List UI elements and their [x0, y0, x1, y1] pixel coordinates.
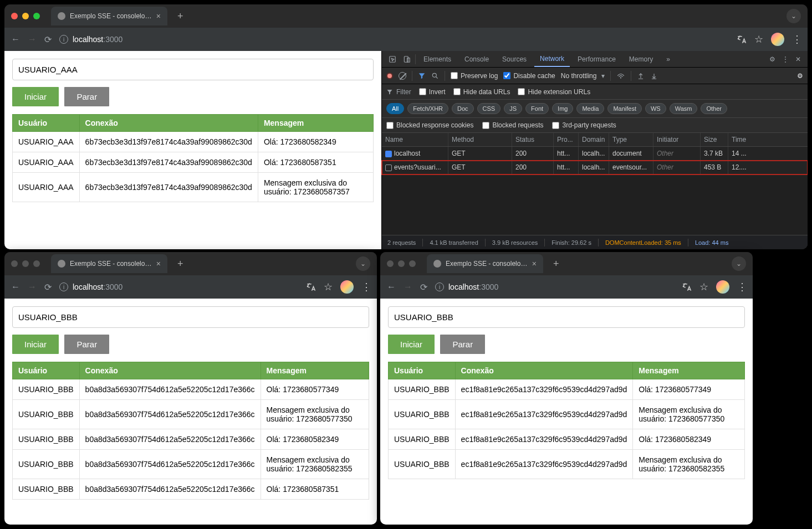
- blocked-cookies-checkbox[interactable]: Blocked response cookies: [386, 121, 473, 129]
- hide-extension-urls-checkbox[interactable]: Hide extension URLs: [518, 88, 590, 96]
- upload-har-icon[interactable]: [637, 72, 645, 80]
- window-minimize-icon[interactable]: [22, 13, 29, 19]
- chip-img[interactable]: Img: [552, 103, 573, 114]
- translate-icon[interactable]: [306, 282, 316, 292]
- col-initiator[interactable]: Initiator: [653, 133, 701, 146]
- window-close-icon[interactable]: [11, 13, 18, 19]
- disable-cache-checkbox[interactable]: Disable cache: [503, 72, 555, 80]
- start-button[interactable]: Iniciar: [12, 87, 59, 106]
- window-zoom-icon[interactable]: [33, 13, 40, 19]
- chip-fetch[interactable]: Fetch/XHR: [407, 103, 448, 114]
- col-method[interactable]: Method: [448, 133, 512, 146]
- expand-tabs-button[interactable]: ⌄: [787, 9, 801, 23]
- new-tab-button[interactable]: +: [553, 258, 559, 270]
- tab-elements[interactable]: Elements: [418, 52, 457, 66]
- username-input[interactable]: [388, 306, 745, 328]
- stop-button[interactable]: Parar: [64, 87, 109, 106]
- username-input[interactable]: [12, 306, 369, 328]
- window-minimize-icon[interactable]: [22, 260, 29, 267]
- forward-button[interactable]: →: [404, 282, 412, 292]
- download-har-icon[interactable]: [650, 72, 658, 80]
- address-bar[interactable]: i localhost:3000: [59, 283, 122, 291]
- window-minimize-icon[interactable]: [398, 260, 405, 267]
- devtools-menu-icon[interactable]: ⋮: [780, 53, 791, 65]
- chip-all[interactable]: All: [386, 103, 404, 114]
- network-settings-icon[interactable]: ⚙: [797, 72, 803, 80]
- network-conditions-icon[interactable]: [616, 72, 625, 80]
- reload-button[interactable]: ⟳: [44, 282, 52, 292]
- window-close-icon[interactable]: [387, 260, 394, 267]
- close-tab-icon[interactable]: ×: [156, 259, 161, 268]
- forward-button[interactable]: →: [28, 282, 37, 292]
- profile-avatar[interactable]: [716, 280, 729, 294]
- address-bar[interactable]: i localhost:3000: [59, 35, 122, 44]
- bookmark-icon[interactable]: ☆: [699, 281, 708, 293]
- throttling-select[interactable]: No throttling ▾: [561, 72, 605, 80]
- back-button[interactable]: ←: [11, 34, 20, 44]
- expand-tabs-button[interactable]: ⌄: [732, 256, 746, 271]
- close-tab-icon[interactable]: ×: [532, 259, 537, 268]
- search-icon[interactable]: [431, 72, 439, 80]
- window-close-icon[interactable]: [11, 260, 18, 267]
- tab-memory[interactable]: Memory: [624, 52, 658, 66]
- col-domain[interactable]: Domain: [579, 133, 609, 146]
- device-toggle-icon[interactable]: [401, 53, 413, 65]
- new-tab-button[interactable]: +: [177, 11, 183, 22]
- devtools-close-icon[interactable]: ✕: [793, 53, 803, 65]
- invert-checkbox[interactable]: Invert: [419, 88, 446, 96]
- browser-tab[interactable]: Exemplo SSE - consolelog.co ×: [51, 254, 167, 273]
- browser-tab[interactable]: Exemplo SSE - consolelog.co ×: [51, 7, 167, 25]
- tab-sources[interactable]: Sources: [497, 52, 532, 66]
- hide-data-urls-checkbox[interactable]: Hide data URLs: [453, 88, 510, 96]
- back-button[interactable]: ←: [11, 282, 20, 292]
- chip-media[interactable]: Media: [576, 103, 604, 114]
- clear-button[interactable]: [399, 72, 406, 80]
- chip-css[interactable]: CSS: [477, 103, 501, 114]
- chip-ws[interactable]: WS: [645, 103, 666, 114]
- profile-avatar[interactable]: [340, 280, 354, 294]
- browser-tab[interactable]: Exemplo SSE - consolelog.co ×: [427, 254, 543, 273]
- record-button[interactable]: [386, 73, 393, 79]
- chip-doc[interactable]: Doc: [452, 103, 474, 114]
- forward-button[interactable]: →: [28, 34, 37, 44]
- username-input[interactable]: [12, 59, 374, 80]
- tab-performance[interactable]: Performance: [572, 52, 621, 66]
- close-tab-icon[interactable]: ×: [156, 12, 161, 20]
- address-bar[interactable]: i localhost:3000: [435, 283, 498, 291]
- start-button[interactable]: Iniciar: [12, 335, 59, 354]
- col-name[interactable]: Name: [382, 133, 448, 146]
- start-button[interactable]: Iniciar: [388, 335, 435, 354]
- reload-button[interactable]: ⟳: [44, 34, 52, 45]
- site-info-icon[interactable]: i: [435, 283, 444, 291]
- chip-manifest[interactable]: Manifest: [607, 103, 642, 114]
- chip-other[interactable]: Other: [701, 103, 727, 114]
- translate-icon[interactable]: [737, 34, 747, 44]
- site-info-icon[interactable]: i: [59, 35, 68, 44]
- browser-menu-icon[interactable]: ⋮: [361, 281, 370, 293]
- col-size[interactable]: Size: [701, 133, 728, 146]
- settings-icon[interactable]: ⚙: [767, 53, 778, 65]
- tabs-overflow[interactable]: »: [661, 52, 676, 66]
- col-status[interactable]: Status: [512, 133, 554, 146]
- network-request-row[interactable]: localhostGET200htt...localh...documentOt…: [382, 147, 808, 161]
- stop-button[interactable]: Parar: [64, 335, 109, 354]
- tab-network[interactable]: Network: [534, 52, 570, 67]
- chip-wasm[interactable]: Wasm: [670, 103, 698, 114]
- tab-console[interactable]: Console: [459, 52, 494, 66]
- bookmark-icon[interactable]: ☆: [324, 281, 333, 293]
- translate-icon[interactable]: [682, 282, 692, 292]
- reload-button[interactable]: ⟳: [420, 282, 427, 292]
- back-button[interactable]: ←: [387, 282, 396, 292]
- inspect-icon[interactable]: [386, 53, 399, 65]
- stop-button[interactable]: Parar: [440, 335, 485, 354]
- expand-tabs-button[interactable]: ⌄: [356, 256, 370, 271]
- preserve-log-checkbox[interactable]: Preserve log: [451, 72, 498, 80]
- bookmark-icon[interactable]: ☆: [754, 33, 763, 45]
- site-info-icon[interactable]: i: [59, 283, 68, 291]
- col-protocol[interactable]: Pro...: [554, 133, 579, 146]
- window-zoom-icon[interactable]: [409, 260, 416, 267]
- new-tab-button[interactable]: +: [177, 258, 183, 270]
- network-request-row[interactable]: events?usuari...GET200htt...localh...eve…: [382, 161, 808, 174]
- chip-js[interactable]: JS: [504, 103, 522, 114]
- browser-menu-icon[interactable]: ⋮: [792, 33, 801, 45]
